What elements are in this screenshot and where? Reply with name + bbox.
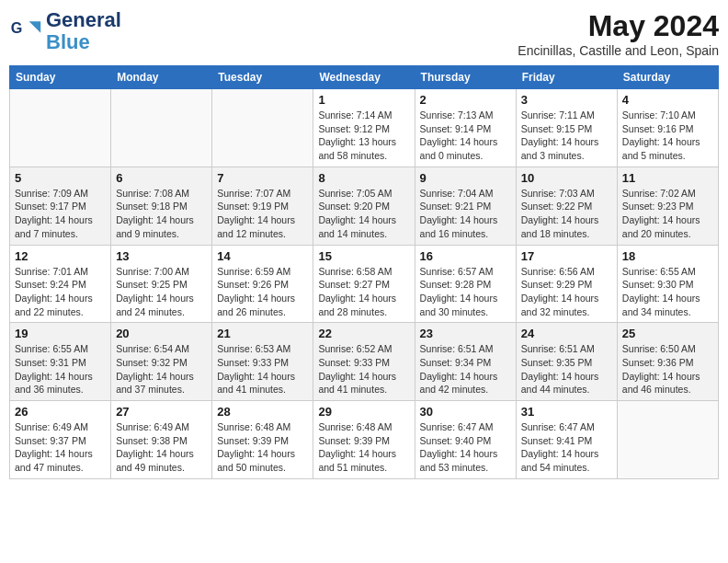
day-number: 15 xyxy=(318,249,409,263)
weekday-header-tuesday: Tuesday xyxy=(212,66,313,89)
logo-line1: General xyxy=(46,9,121,31)
day-number: 20 xyxy=(116,327,207,340)
day-info: Sunrise: 7:04 AM Sunset: 9:21 PM Dayligh… xyxy=(420,187,511,241)
day-number: 16 xyxy=(420,249,511,263)
day-info: Sunrise: 6:51 AM Sunset: 9:35 PM Dayligh… xyxy=(521,342,612,396)
week-row-1: 1Sunrise: 7:14 AM Sunset: 9:12 PM Daylig… xyxy=(10,89,719,167)
calendar-cell: 20Sunrise: 6:54 AM Sunset: 9:32 PM Dayli… xyxy=(111,323,212,401)
day-number: 21 xyxy=(217,327,308,340)
day-number: 9 xyxy=(420,171,511,185)
calendar-cell: 22Sunrise: 6:52 AM Sunset: 9:33 PM Dayli… xyxy=(313,323,415,401)
calendar-cell: 2Sunrise: 7:13 AM Sunset: 9:14 PM Daylig… xyxy=(415,89,516,167)
day-number: 6 xyxy=(116,171,207,185)
calendar-cell: 17Sunrise: 6:56 AM Sunset: 9:29 PM Dayli… xyxy=(516,245,617,323)
calendar-cell: 1Sunrise: 7:14 AM Sunset: 9:12 PM Daylig… xyxy=(313,89,415,167)
calendar-cell: 29Sunrise: 6:48 AM Sunset: 9:39 PM Dayli… xyxy=(313,401,415,479)
svg-text:G: G xyxy=(11,19,23,36)
day-number: 29 xyxy=(318,405,409,419)
title-block: May 2024 Encinillas, Castille and Leon, … xyxy=(518,9,719,58)
calendar-cell: 14Sunrise: 6:59 AM Sunset: 9:26 PM Dayli… xyxy=(212,245,313,323)
calendar-cell: 30Sunrise: 6:47 AM Sunset: 9:40 PM Dayli… xyxy=(415,401,516,479)
day-info: Sunrise: 6:47 AM Sunset: 9:40 PM Dayligh… xyxy=(420,420,511,475)
day-number: 5 xyxy=(15,171,106,185)
day-number: 18 xyxy=(622,249,713,263)
logo-text: General Blue xyxy=(46,9,121,53)
weekday-header-friday: Friday xyxy=(516,66,617,89)
calendar-cell: 25Sunrise: 6:50 AM Sunset: 9:36 PM Dayli… xyxy=(617,323,718,401)
calendar-cell: 3Sunrise: 7:11 AM Sunset: 9:15 PM Daylig… xyxy=(516,89,617,167)
day-info: Sunrise: 6:54 AM Sunset: 9:32 PM Dayligh… xyxy=(116,342,207,396)
day-info: Sunrise: 7:09 AM Sunset: 9:17 PM Dayligh… xyxy=(15,187,106,241)
day-number: 11 xyxy=(622,171,713,185)
week-row-4: 19Sunrise: 6:55 AM Sunset: 9:31 PM Dayli… xyxy=(10,323,719,401)
svg-marker-1 xyxy=(29,21,41,33)
day-info: Sunrise: 7:05 AM Sunset: 9:20 PM Dayligh… xyxy=(318,187,409,241)
day-info: Sunrise: 6:47 AM Sunset: 9:41 PM Dayligh… xyxy=(521,420,612,475)
day-info: Sunrise: 7:07 AM Sunset: 9:19 PM Dayligh… xyxy=(217,187,308,241)
day-number: 25 xyxy=(622,327,713,340)
day-info: Sunrise: 7:03 AM Sunset: 9:22 PM Dayligh… xyxy=(521,187,612,241)
calendar-cell: 19Sunrise: 6:55 AM Sunset: 9:31 PM Dayli… xyxy=(10,323,111,401)
day-number: 19 xyxy=(15,327,106,340)
day-number: 14 xyxy=(217,249,308,263)
calendar-cell: 4Sunrise: 7:10 AM Sunset: 9:16 PM Daylig… xyxy=(617,89,718,167)
calendar-cell: 5Sunrise: 7:09 AM Sunset: 9:17 PM Daylig… xyxy=(10,167,111,245)
logo: G General Blue xyxy=(9,9,121,53)
week-row-3: 12Sunrise: 7:01 AM Sunset: 9:24 PM Dayli… xyxy=(10,245,719,323)
calendar-cell: 18Sunrise: 6:55 AM Sunset: 9:30 PM Dayli… xyxy=(617,245,718,323)
logo-icon: G xyxy=(9,15,42,48)
calendar-cell: 27Sunrise: 6:49 AM Sunset: 9:38 PM Dayli… xyxy=(111,401,212,479)
main-title: May 2024 xyxy=(518,9,719,43)
calendar-cell: 31Sunrise: 6:47 AM Sunset: 9:41 PM Dayli… xyxy=(516,401,617,479)
day-info: Sunrise: 6:59 AM Sunset: 9:26 PM Dayligh… xyxy=(217,265,308,319)
day-number: 4 xyxy=(622,93,713,107)
day-number: 17 xyxy=(521,249,612,263)
calendar-cell: 7Sunrise: 7:07 AM Sunset: 9:19 PM Daylig… xyxy=(212,167,313,245)
calendar-cell: 23Sunrise: 6:51 AM Sunset: 9:34 PM Dayli… xyxy=(415,323,516,401)
day-info: Sunrise: 6:50 AM Sunset: 9:36 PM Dayligh… xyxy=(622,342,713,396)
calendar-cell: 6Sunrise: 7:08 AM Sunset: 9:18 PM Daylig… xyxy=(111,167,212,245)
calendar-cell: 28Sunrise: 6:48 AM Sunset: 9:39 PM Dayli… xyxy=(212,401,313,479)
day-info: Sunrise: 6:53 AM Sunset: 9:33 PM Dayligh… xyxy=(217,342,308,396)
day-number: 27 xyxy=(116,405,207,419)
day-number: 8 xyxy=(318,171,409,185)
weekday-header-row: SundayMondayTuesdayWednesdayThursdayFrid… xyxy=(10,66,719,89)
subtitle: Encinillas, Castille and Leon, Spain xyxy=(518,43,719,58)
day-info: Sunrise: 6:56 AM Sunset: 9:29 PM Dayligh… xyxy=(521,265,612,319)
day-number: 2 xyxy=(420,93,511,107)
day-info: Sunrise: 7:13 AM Sunset: 9:14 PM Dayligh… xyxy=(420,109,511,163)
calendar-cell xyxy=(212,89,313,167)
weekday-header-sunday: Sunday xyxy=(10,66,111,89)
week-row-2: 5Sunrise: 7:09 AM Sunset: 9:17 PM Daylig… xyxy=(10,167,719,245)
calendar-cell xyxy=(10,89,111,167)
day-info: Sunrise: 6:51 AM Sunset: 9:34 PM Dayligh… xyxy=(420,342,511,396)
day-info: Sunrise: 7:02 AM Sunset: 9:23 PM Dayligh… xyxy=(622,187,713,241)
day-number: 22 xyxy=(318,327,409,340)
day-number: 28 xyxy=(217,405,308,419)
weekday-header-wednesday: Wednesday xyxy=(313,66,415,89)
weekday-header-saturday: Saturday xyxy=(617,66,718,89)
calendar-cell: 16Sunrise: 6:57 AM Sunset: 9:28 PM Dayli… xyxy=(415,245,516,323)
calendar-cell: 15Sunrise: 6:58 AM Sunset: 9:27 PM Dayli… xyxy=(313,245,415,323)
calendar-cell: 12Sunrise: 7:01 AM Sunset: 9:24 PM Dayli… xyxy=(10,245,111,323)
day-number: 10 xyxy=(521,171,612,185)
day-info: Sunrise: 7:01 AM Sunset: 9:24 PM Dayligh… xyxy=(15,265,106,319)
calendar-cell: 10Sunrise: 7:03 AM Sunset: 9:22 PM Dayli… xyxy=(516,167,617,245)
weekday-header-monday: Monday xyxy=(111,66,212,89)
calendar-cell xyxy=(111,89,212,167)
calendar-cell: 21Sunrise: 6:53 AM Sunset: 9:33 PM Dayli… xyxy=(212,323,313,401)
calendar-cell: 26Sunrise: 6:49 AM Sunset: 9:37 PM Dayli… xyxy=(10,401,111,479)
day-info: Sunrise: 6:48 AM Sunset: 9:39 PM Dayligh… xyxy=(217,420,308,475)
day-info: Sunrise: 6:48 AM Sunset: 9:39 PM Dayligh… xyxy=(318,420,409,475)
day-number: 30 xyxy=(420,405,511,419)
day-number: 13 xyxy=(116,249,207,263)
day-info: Sunrise: 6:49 AM Sunset: 9:37 PM Dayligh… xyxy=(15,420,106,475)
day-info: Sunrise: 6:57 AM Sunset: 9:28 PM Dayligh… xyxy=(420,265,511,319)
day-info: Sunrise: 6:55 AM Sunset: 9:30 PM Dayligh… xyxy=(622,265,713,319)
day-number: 31 xyxy=(521,405,612,419)
day-number: 23 xyxy=(420,327,511,340)
week-row-5: 26Sunrise: 6:49 AM Sunset: 9:37 PM Dayli… xyxy=(10,401,719,479)
calendar-body: 1Sunrise: 7:14 AM Sunset: 9:12 PM Daylig… xyxy=(10,89,719,479)
day-info: Sunrise: 6:55 AM Sunset: 9:31 PM Dayligh… xyxy=(15,342,106,396)
day-info: Sunrise: 7:11 AM Sunset: 9:15 PM Dayligh… xyxy=(521,109,612,163)
